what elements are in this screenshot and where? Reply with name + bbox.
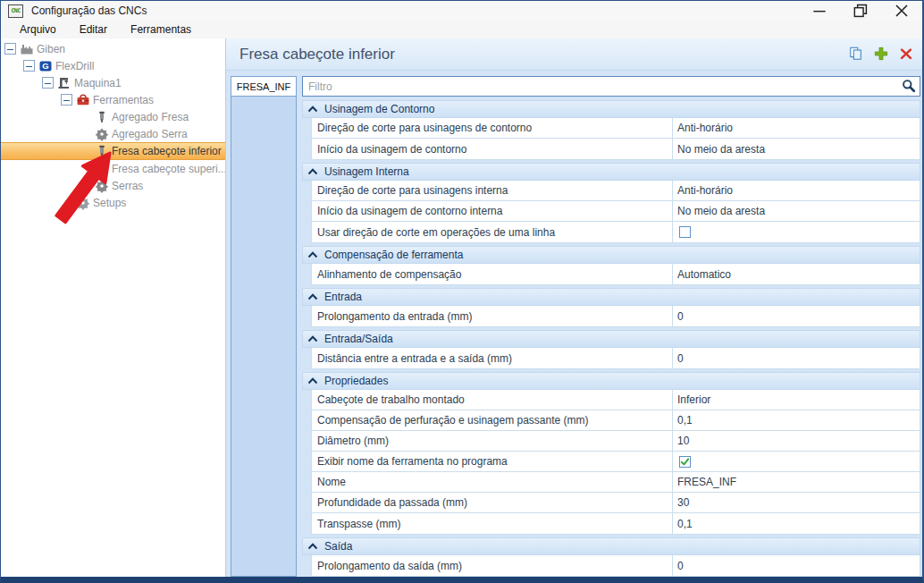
property-section: EntradaProlongamento da entrada (mm)0 bbox=[302, 288, 920, 327]
section-rows: Direção de corte para usinagens internaA… bbox=[311, 181, 920, 243]
tree-expander-minus[interactable] bbox=[42, 77, 54, 89]
property-value[interactable]: Automatico bbox=[673, 264, 920, 284]
restore-icon bbox=[853, 4, 868, 18]
property-value[interactable]: 0 bbox=[673, 348, 920, 368]
section-rows: Alinhamento de compensaçãoAutomatico bbox=[311, 264, 920, 285]
chevron-up-icon[interactable] bbox=[307, 543, 318, 550]
content-header: Fresa cabeçote inferior bbox=[226, 38, 922, 71]
property-label: Alinhamento de compensação bbox=[312, 264, 673, 284]
tree-item-label: Maquina1 bbox=[74, 77, 122, 89]
tree-item[interactable]: Agregado Serra bbox=[1, 125, 225, 142]
property-value[interactable]: Anti-horário bbox=[673, 181, 920, 200]
chevron-up-icon[interactable] bbox=[307, 377, 318, 384]
tree-expander-minus[interactable] bbox=[23, 60, 35, 72]
property-label: Cabeçote de trabalho montado bbox=[312, 390, 673, 410]
property-row: Profundidade da passada (mm)30 bbox=[312, 493, 920, 513]
property-value[interactable]: Anti-horário bbox=[673, 118, 920, 138]
section-rows: Direção de corte para usinagens de conto… bbox=[311, 118, 920, 160]
toolbox-icon bbox=[76, 93, 90, 107]
tab-fresa-inf[interactable]: FRESA_INF bbox=[231, 76, 297, 97]
tree-expander-minus[interactable] bbox=[4, 43, 16, 55]
mill-bit-icon bbox=[95, 110, 109, 124]
property-row: Cabeçote de trabalho montadoInferior bbox=[312, 390, 920, 410]
tree-item-label: Fresa cabeçote inferior bbox=[112, 145, 222, 157]
factory-icon bbox=[20, 42, 34, 56]
property-row: Usar direção de corte em operações de um… bbox=[312, 222, 920, 242]
section-header[interactable]: Usinagem de Contorno bbox=[302, 100, 920, 118]
property-label: Compensação de perfuração e usinagem pas… bbox=[312, 410, 673, 430]
chevron-up-icon[interactable] bbox=[307, 168, 318, 175]
property-row: Direção de corte para usinagens de conto… bbox=[312, 118, 920, 139]
section-title: Usinagem de Contorno bbox=[324, 103, 434, 115]
filter-input[interactable] bbox=[302, 76, 920, 97]
chevron-up-icon[interactable] bbox=[307, 251, 318, 258]
tree-item-label: FlexDrill bbox=[55, 60, 94, 72]
property-label: Direção de corte para usinagens interna bbox=[312, 181, 673, 200]
tree-item[interactable]: Giben bbox=[1, 40, 225, 57]
close-button[interactable] bbox=[881, 1, 922, 21]
section-title: Entrada/Saída bbox=[324, 333, 393, 345]
search-icon[interactable] bbox=[902, 79, 916, 93]
minimize-button[interactable] bbox=[799, 1, 840, 21]
property-row: NomeFRESA_INF bbox=[312, 472, 920, 493]
property-value[interactable]: 0,1 bbox=[673, 410, 920, 430]
tree-item[interactable]: Fresa cabeçote inferior bbox=[1, 142, 225, 160]
tree-item[interactable]: Serras bbox=[1, 177, 225, 194]
app-icon: CNC bbox=[8, 4, 23, 18]
copy-icon bbox=[849, 46, 863, 61]
chevron-up-icon[interactable] bbox=[307, 293, 318, 300]
chevron-up-icon[interactable] bbox=[307, 335, 318, 342]
delete-button[interactable] bbox=[898, 46, 914, 63]
chevron-up-icon[interactable] bbox=[307, 106, 318, 113]
property-section: Usinagem InternaDireção de corte para us… bbox=[302, 163, 920, 243]
section-header[interactable]: Propriedades bbox=[302, 372, 920, 390]
property-row: Exibir nome da ferramenta no programa bbox=[312, 452, 920, 472]
tree-item[interactable]: Fresa cabeçote superi... bbox=[1, 160, 225, 177]
tree-item-label: Agregado Serra bbox=[112, 128, 188, 140]
flexdrill-logo-icon: G bbox=[38, 59, 53, 73]
section-header[interactable]: Entrada bbox=[302, 288, 920, 306]
property-value[interactable] bbox=[673, 452, 920, 471]
section-header[interactable]: Entrada/Saída bbox=[302, 330, 920, 348]
restore-button[interactable] bbox=[840, 1, 881, 21]
add-button[interactable] bbox=[873, 46, 889, 63]
property-value[interactable]: 30 bbox=[673, 493, 920, 512]
property-value[interactable]: 0 bbox=[673, 555, 920, 576]
property-value[interactable]: 10 bbox=[673, 431, 920, 451]
menu-ferramentas[interactable]: Ferramentas bbox=[122, 23, 199, 36]
tree-item[interactable]: Agregado Fresa bbox=[1, 108, 225, 125]
property-row: Transpasse (mm)0,1 bbox=[312, 513, 920, 534]
tree-item[interactable]: Setups bbox=[1, 194, 225, 211]
tree-item[interactable]: GFlexDrill bbox=[1, 57, 225, 74]
property-value[interactable] bbox=[673, 222, 920, 242]
section-title: Usinagem Interna bbox=[324, 165, 409, 178]
property-value[interactable]: No meio da aresta bbox=[673, 139, 920, 159]
menu-editar[interactable]: Editar bbox=[71, 23, 115, 36]
property-section: Usinagem de ContornoDireção de corte par… bbox=[302, 100, 920, 160]
property-value[interactable]: No meio da aresta bbox=[673, 201, 920, 221]
checkbox-checked[interactable] bbox=[679, 456, 691, 468]
tree-expander-minus[interactable] bbox=[61, 94, 72, 106]
checkbox-unchecked[interactable] bbox=[679, 226, 691, 238]
copy-button[interactable] bbox=[848, 46, 864, 63]
property-label: Início da usinagem de contorno interna bbox=[312, 201, 673, 221]
tree-item-label: Agregado Fresa bbox=[112, 111, 189, 123]
property-value[interactable]: Inferior bbox=[673, 390, 920, 410]
tree-item[interactable]: Ferramentas bbox=[1, 91, 225, 108]
add-icon bbox=[874, 46, 888, 61]
filter-box bbox=[302, 76, 920, 97]
property-value[interactable]: FRESA_INF bbox=[673, 472, 920, 492]
section-header[interactable]: Saída bbox=[302, 537, 920, 555]
tree-item[interactable]: Maquina1 bbox=[1, 74, 225, 91]
section-header[interactable]: Usinagem Interna bbox=[302, 163, 920, 181]
property-value[interactable]: 0 bbox=[673, 306, 920, 326]
section-title: Saída bbox=[324, 540, 352, 553]
section-header[interactable]: Compensação de ferramenta bbox=[302, 246, 920, 264]
property-label: Direção de corte para usinagens de conto… bbox=[312, 118, 673, 138]
menu-arquivo[interactable]: Arquivo bbox=[12, 23, 64, 36]
tree-panel: GibenGFlexDrillMaquina1FerramentasAgrega… bbox=[1, 38, 226, 577]
property-label: Nome bbox=[312, 472, 673, 492]
property-label: Profundidade da passada (mm) bbox=[312, 493, 673, 512]
tree-item-label: Giben bbox=[37, 43, 65, 55]
property-value[interactable]: 0,1 bbox=[673, 513, 920, 534]
